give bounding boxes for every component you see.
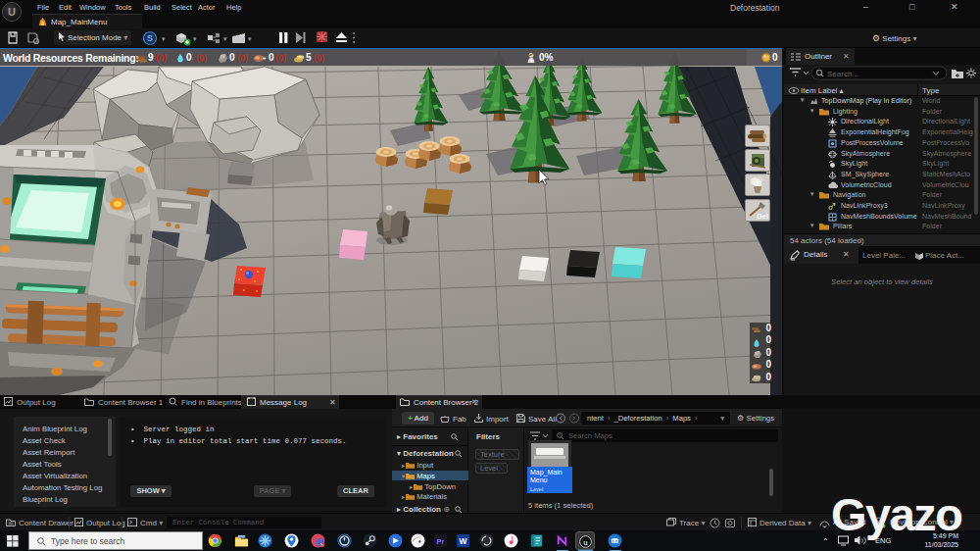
svg-text:▾: ▾ bbox=[248, 35, 252, 42]
svg-text:▾: ▾ bbox=[223, 35, 227, 42]
svg-text:u: u bbox=[583, 537, 588, 547]
svg-text:▾: ▾ bbox=[162, 35, 166, 42]
svg-text:Pr: Pr bbox=[437, 537, 445, 546]
svg-text:▾: ▾ bbox=[193, 35, 197, 42]
svg-text:W: W bbox=[460, 536, 467, 546]
svg-text:Search...: Search... bbox=[827, 70, 858, 78]
svg-text:S: S bbox=[147, 33, 153, 43]
